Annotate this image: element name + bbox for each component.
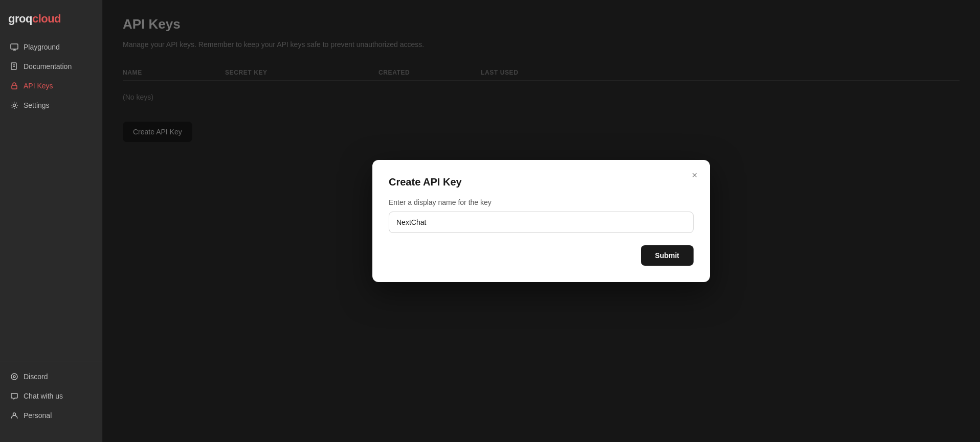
discord-icon — [10, 373, 18, 381]
sidebar-bottom: Discord Chat with us Personal — [0, 361, 102, 434]
api-key-name-input[interactable] — [389, 212, 694, 233]
modal-overlay: × Create API Key Enter a display name fo… — [102, 0, 980, 442]
svg-point-9 — [13, 376, 15, 378]
logo-groq: groq — [8, 12, 32, 25]
modal-label: Enter a display name for the key — [389, 198, 694, 206]
sidebar-item-documentation[interactable]: Documentation — [4, 57, 98, 76]
sidebar-nav: Playground Documentation API Keys — [0, 38, 102, 361]
sidebar-label-settings: Settings — [24, 101, 50, 109]
logo-cloud: cloud — [32, 12, 61, 25]
svg-point-8 — [11, 374, 17, 380]
sidebar-item-api-keys[interactable]: API Keys — [4, 77, 98, 95]
svg-point-7 — [13, 104, 16, 107]
user-icon — [10, 411, 18, 420]
sidebar-label-discord: Discord — [24, 373, 48, 381]
sidebar-item-discord[interactable]: Discord — [4, 367, 98, 386]
logo: groqcloud — [0, 8, 102, 38]
sidebar-label-documentation: Documentation — [24, 62, 72, 71]
sidebar-item-personal[interactable]: Personal — [4, 406, 98, 425]
book-icon — [10, 62, 18, 71]
sidebar-label-api-keys: API Keys — [24, 82, 53, 90]
lock-icon — [10, 82, 18, 90]
chat-icon — [10, 392, 18, 400]
main-content: API Keys Manage your API keys. Remember … — [102, 0, 980, 442]
monitor-icon — [10, 43, 18, 51]
sidebar-item-playground[interactable]: Playground — [4, 38, 98, 56]
sidebar-item-chat-with-us[interactable]: Chat with us — [4, 387, 98, 405]
sidebar-label-personal: Personal — [24, 411, 52, 420]
sidebar: groqcloud Playground Documenta — [0, 0, 102, 442]
sidebar-label-chat: Chat with us — [24, 392, 63, 400]
create-api-key-modal: × Create API Key Enter a display name fo… — [372, 160, 710, 282]
sidebar-label-playground: Playground — [24, 43, 60, 51]
settings-icon — [10, 101, 18, 109]
submit-button[interactable]: Submit — [641, 245, 694, 266]
modal-title: Create API Key — [389, 176, 694, 188]
modal-close-button[interactable]: × — [687, 168, 702, 182]
sidebar-item-settings[interactable]: Settings — [4, 96, 98, 114]
modal-footer: Submit — [389, 245, 694, 266]
svg-rect-6 — [12, 85, 17, 89]
svg-rect-0 — [11, 44, 18, 49]
